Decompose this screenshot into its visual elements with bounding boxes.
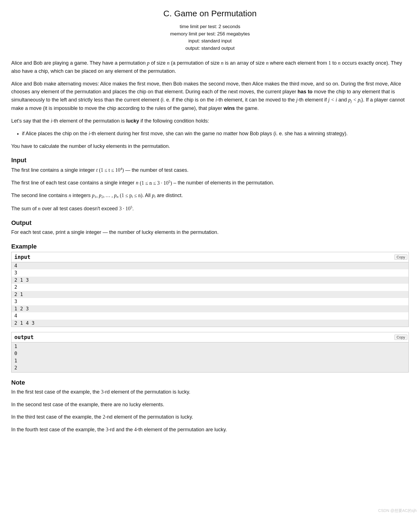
example-input-head: input Copy [12, 252, 408, 262]
example-row: 3 [12, 269, 408, 277]
example-output-block: output Copy 1012 [11, 332, 409, 372]
note-p1: In the first test case of the example, t… [11, 388, 409, 396]
note-p3: In the third test case of the example, t… [11, 413, 409, 421]
output-mode: output: standard output [11, 45, 409, 52]
note-p2: In the second test case of the example, … [11, 401, 409, 409]
example-output-head: output Copy [12, 332, 408, 342]
condition-list: if Alice places the chip on the i-th ele… [11, 130, 409, 138]
example-row: 2 [12, 284, 408, 291]
example-row: 4 [12, 312, 408, 320]
input-label: input [14, 253, 30, 261]
input-p4: The sum of n over all test cases doesn't… [11, 204, 409, 213]
input-heading: Input [11, 155, 409, 165]
example-row: 2 [12, 364, 408, 372]
example-heading: Example [11, 241, 409, 251]
input-p1: The first line contains a single integer… [11, 166, 409, 174]
statement-p1: Alice and Bob are playing a game. They h… [11, 59, 409, 75]
example-row: 1 2 3 [12, 305, 408, 313]
example-row: 4 [12, 262, 408, 270]
output-label: output [14, 333, 34, 341]
problem-title: C. Game on Permutation [11, 7, 409, 20]
example-row: 1 [12, 357, 408, 365]
problem-header: C. Game on Permutation time limit per te… [11, 7, 409, 52]
example-row: 2 1 4 3 [12, 320, 408, 327]
copy-output-button[interactable]: Copy [394, 335, 407, 340]
note-heading: Note [11, 378, 409, 387]
input-p3: The second line contains n integers p1, … [11, 191, 409, 200]
memory-limit: memory limit per test: 256 megabytes [11, 30, 409, 38]
list-item: if Alice places the chip on the i-th ele… [22, 130, 409, 138]
input-mode: input: standard input [11, 37, 409, 45]
example-output-body: 1012 [12, 342, 408, 372]
example-row: 2 1 3 [12, 277, 408, 284]
input-p2: The first line of each test case contain… [11, 179, 409, 187]
copy-input-button[interactable]: Copy [394, 254, 407, 260]
statement-p3: Let's say that the i-th element of the p… [11, 117, 409, 125]
example-row: 1 [12, 343, 408, 350]
example-row: 2 1 [12, 291, 408, 298]
example-input-body: 432 1 322 131 2 342 1 4 3 [12, 262, 408, 327]
time-limit: time limit per test: 2 seconds [11, 23, 409, 30]
example-row: 3 [12, 298, 408, 305]
example-input-block: input Copy 432 1 322 131 2 342 1 4 3 [11, 252, 409, 327]
statement-p4: You have to calculate the number of luck… [11, 142, 409, 150]
statement-p2: Alice and Bob make alternating moves: Al… [11, 80, 409, 112]
output-heading: Output [11, 218, 409, 228]
output-p1: For each test case, print a single integ… [11, 228, 409, 236]
problem-limits: time limit per test: 2 seconds memory li… [11, 23, 409, 52]
note-p4: In the fourth test case of the example, … [11, 426, 409, 434]
example-row: 0 [12, 350, 408, 357]
